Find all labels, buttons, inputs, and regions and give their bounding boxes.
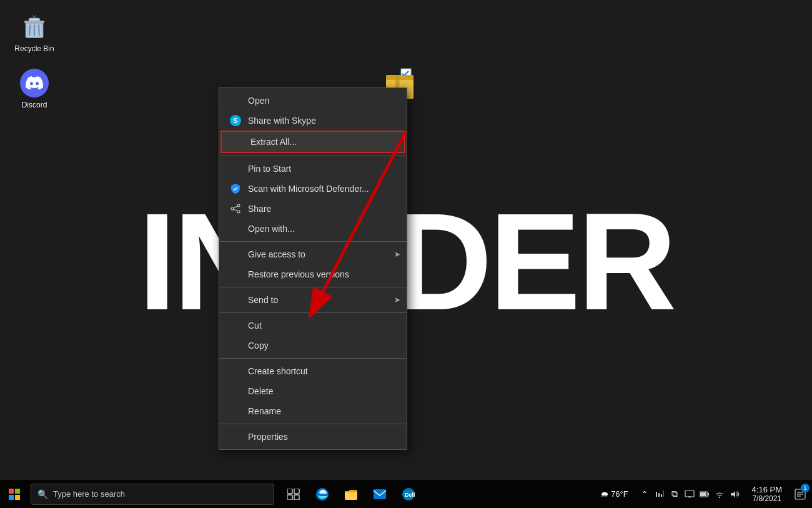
extract-icon: [232, 136, 244, 148]
open-with-icon: [229, 222, 242, 235]
svg-rect-24: [294, 489, 299, 494]
menu-send-to-label: Send to: [248, 295, 278, 305]
svg-point-42: [718, 496, 720, 497]
send-to-chevron: ➤: [394, 296, 400, 304]
dell-button[interactable]: Dell: [395, 480, 422, 508]
search-placeholder: Type here to search: [53, 489, 125, 499]
properties-icon: [229, 431, 242, 443]
menu-item-restore[interactable]: Restore previous versions: [219, 264, 407, 284]
svg-rect-26: [294, 495, 299, 500]
menu-item-open[interactable]: Open: [219, 91, 407, 111]
svg-point-12: [237, 204, 240, 207]
svg-point-14: [237, 211, 240, 213]
menu-copy-label: Copy: [248, 341, 269, 351]
menu-extract-all-label: Extract All...: [250, 137, 297, 147]
separator-4: [219, 312, 407, 313]
menu-item-open-with[interactable]: Open with...: [219, 219, 407, 239]
copy-icon: [229, 339, 242, 352]
skype-icon-img: S: [230, 115, 241, 126]
svg-rect-29: [374, 489, 386, 499]
menu-item-give-access[interactable]: Give access to ➤: [219, 244, 407, 264]
tablet-mode-icon[interactable]: ⧉: [668, 488, 681, 501]
separator-3: [219, 287, 407, 287]
svg-rect-36: [685, 491, 694, 497]
svg-line-16: [234, 209, 237, 211]
send-to-icon: [229, 294, 242, 306]
mail-button[interactable]: [367, 480, 393, 508]
separator-6: [219, 424, 407, 424]
tray-up-arrow[interactable]: ⌃: [638, 488, 651, 501]
menu-delete-label: Delete: [248, 386, 273, 396]
svg-rect-41: [708, 493, 709, 496]
give-access-chevron: ➤: [394, 250, 400, 259]
svg-rect-2: [24, 21, 44, 23]
discord-desktop-icon[interactable]: Discord: [9, 66, 59, 112]
screen-icon[interactable]: [683, 488, 696, 501]
svg-rect-32: [656, 492, 657, 497]
menu-item-extract-all[interactable]: Extract All...: [220, 131, 405, 153]
create-shortcut-icon: [229, 365, 242, 377]
restore-icon: [229, 268, 242, 281]
menu-item-scan-defender[interactable]: Scan with Microsoft Defender...: [219, 179, 407, 199]
recycle-bin-icon[interactable]: Recycle Bin: [9, 9, 59, 56]
separator-1: [219, 156, 407, 156]
separator-5: [219, 358, 407, 359]
context-menu: Open S Share with Skype Extract All... P…: [219, 87, 407, 450]
menu-item-properties[interactable]: Properties: [219, 427, 407, 447]
menu-item-copy[interactable]: Copy: [219, 336, 407, 356]
open-icon: [229, 94, 242, 107]
discord-label: Discord: [22, 101, 47, 109]
taskbar-center: Dell: [280, 480, 422, 508]
wifi-icon[interactable]: [713, 488, 726, 501]
edge-button[interactable]: [309, 480, 335, 508]
taskbar-search[interactable]: 🔍 Type here to search: [31, 484, 274, 505]
menu-pin-start-label: Pin to Start: [248, 164, 291, 174]
menu-item-cut[interactable]: Cut: [219, 316, 407, 336]
notification-badge: 1: [801, 484, 810, 492]
network-icon[interactable]: [653, 488, 666, 501]
taskbar-right: 🌧 76°F ⌃ ⧉: [595, 480, 812, 508]
clock-date: 7/8/2021: [752, 494, 781, 503]
weather-icon: 🌧: [600, 489, 608, 499]
menu-restore-label: Restore previous versions: [248, 269, 349, 279]
discord-circle: [20, 69, 49, 97]
recycle-bin-image: [19, 12, 49, 42]
menu-rename-label: Rename: [248, 406, 281, 416]
start-button[interactable]: [0, 480, 28, 508]
menu-item-create-shortcut[interactable]: Create shortcut: [219, 361, 407, 381]
menu-item-pin-start[interactable]: Pin to Start: [219, 159, 407, 179]
svg-rect-33: [658, 493, 660, 497]
svg-rect-25: [287, 495, 292, 500]
cut-icon: [229, 319, 242, 332]
svg-rect-20: [15, 489, 20, 494]
svg-rect-22: [15, 495, 20, 500]
menu-create-shortcut-label: Create shortcut: [248, 366, 308, 376]
menu-item-share[interactable]: Share: [219, 199, 407, 219]
give-access-icon: [229, 248, 242, 261]
menu-item-share-skype[interactable]: S Share with Skype: [219, 111, 407, 131]
svg-point-13: [231, 207, 234, 210]
menu-item-rename[interactable]: Rename: [219, 401, 407, 421]
svg-line-15: [234, 206, 237, 208]
task-view-button[interactable]: [280, 480, 307, 508]
file-explorer-button[interactable]: [338, 480, 364, 508]
system-tray: ⌃ ⧉: [633, 488, 746, 501]
pin-icon: [229, 162, 242, 175]
delete-icon: [229, 385, 242, 397]
separator-2: [219, 241, 407, 242]
volume-icon[interactable]: [728, 488, 741, 501]
svg-line-5: [39, 25, 39, 36]
notification-button[interactable]: 1: [788, 480, 812, 508]
menu-give-access-label: Give access to: [248, 249, 305, 259]
recycle-bin-label: Recycle Bin: [14, 44, 54, 53]
svg-marker-43: [731, 491, 735, 497]
menu-item-delete[interactable]: Delete: [219, 381, 407, 401]
battery-icon[interactable]: [698, 488, 711, 501]
defender-menu-icon: [229, 182, 242, 195]
svg-line-3: [29, 25, 30, 36]
taskbar: 🔍 Type here to search: [0, 480, 812, 508]
datetime-display[interactable]: 4:16 PM 7/8/2021: [746, 480, 788, 508]
menu-item-send-to[interactable]: Send to ➤: [219, 290, 407, 310]
menu-cut-label: Cut: [248, 321, 262, 331]
weather-widget[interactable]: 🌧 76°F: [595, 489, 633, 499]
